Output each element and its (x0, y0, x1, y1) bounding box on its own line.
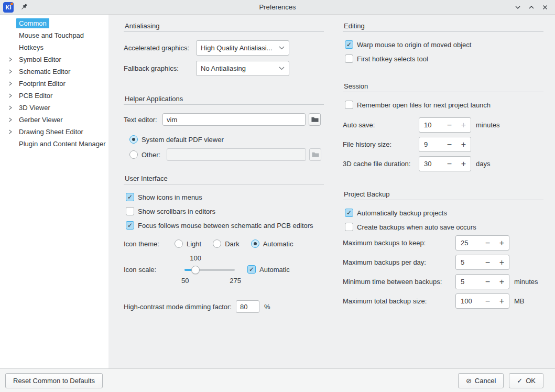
slider-thumb[interactable] (191, 266, 200, 274)
icon-scale-max-value: 275 (230, 277, 241, 285)
increment-button[interactable]: + (456, 140, 471, 149)
checkbox[interactable] (126, 193, 134, 201)
expander-chevron-icon[interactable] (4, 117, 16, 122)
shade-window-button[interactable] (512, 2, 524, 13)
icon-scale-slider[interactable] (184, 266, 235, 274)
ok-button[interactable]: ✓ OK (509, 373, 543, 388)
sidebar-item-schematic-editor[interactable]: Schematic Editor (0, 66, 108, 78)
accelerated-graphics-select[interactable]: High Quality Antialiasi... (196, 40, 289, 56)
pdf-viewer-default-option[interactable]: System default PDF viewer (129, 135, 324, 144)
radio-button[interactable] (213, 239, 221, 248)
checkbox-first-hotkey[interactable]: First hotkey selects tool (345, 55, 543, 63)
icon-theme-dark-option[interactable]: Dark (213, 239, 239, 248)
backups-per-day-spinner[interactable]: 5 − + (455, 255, 509, 270)
decrement-button[interactable]: − (481, 258, 495, 267)
sidebar-item-label: Mouse and Touchpad (16, 30, 86, 40)
sidebar-item-label: Footprint Editor (16, 79, 68, 89)
sidebar-item-drawing-sheet-editor[interactable]: Drawing Sheet Editor (0, 126, 108, 138)
radio-button[interactable] (251, 239, 259, 248)
max-backup-size-spinner[interactable]: 100 − + (455, 293, 509, 309)
section-rule (124, 31, 324, 32)
max-backup-size-row: Maximum total backup size: 100 − + MB (343, 293, 543, 309)
pdf-viewer-other-option[interactable]: Other: (129, 148, 324, 161)
sidebar-item-gerber-viewer[interactable]: Gerber Viewer (0, 114, 108, 126)
checkbox-focus-follows-mouse[interactable]: Focus follows mouse between schematic an… (126, 221, 324, 230)
dimming-factor-input[interactable] (236, 300, 259, 313)
button-label: Cancel (475, 377, 496, 385)
checkbox[interactable] (126, 221, 134, 230)
checkbox[interactable] (345, 223, 353, 231)
radio-button[interactable] (129, 135, 138, 144)
increment-button[interactable]: + (495, 297, 509, 306)
preferences-nav-tree: Common Mouse and Touchpad Hotkeys Symbol… (0, 15, 108, 368)
chevron-down-icon (279, 67, 285, 70)
sidebar-item-label: Hotkeys (16, 42, 46, 52)
expander-chevron-icon[interactable] (4, 105, 16, 110)
other-pdf-viewer-input[interactable] (167, 148, 306, 161)
expander-chevron-icon[interactable] (4, 81, 16, 86)
spinner-value: 100 (456, 297, 481, 305)
icon-scale-row: Icon scale: 100 50 275 (124, 254, 324, 285)
title-bar[interactable]: Ki Preferences (0, 0, 555, 15)
checkbox[interactable] (345, 40, 353, 49)
decrement-button[interactable]: − (481, 297, 495, 306)
increment-button[interactable]: + (495, 258, 509, 267)
expander-chevron-icon[interactable] (4, 129, 16, 134)
checkbox-show-scrollbars[interactable]: Show scrollbars in editors (126, 207, 324, 215)
checkbox-icon-scale-automatic[interactable]: Automatic (247, 265, 290, 274)
text-editor-input[interactable] (162, 113, 306, 126)
checkbox-remember-open-files[interactable]: Remember open files for next project lau… (345, 101, 543, 109)
browse-pdf-viewer-button[interactable] (309, 148, 321, 161)
increment-button[interactable]: + (456, 121, 471, 129)
radio-label: Automatic (263, 240, 293, 248)
checkbox-auto-backup[interactable]: Automatically backup projects (345, 209, 543, 217)
icon-theme-automatic-option[interactable]: Automatic (251, 239, 293, 248)
increment-button[interactable]: + (495, 239, 509, 247)
max-backups-spinner[interactable]: 25 − + (455, 235, 509, 251)
checkbox[interactable] (126, 207, 134, 215)
cache-duration-spinner[interactable]: 30 − + (419, 156, 471, 171)
close-window-button[interactable] (539, 2, 551, 13)
checkbox[interactable] (247, 265, 256, 274)
auto-save-spinner[interactable]: 10 − + (419, 117, 471, 133)
sidebar-item-symbol-editor[interactable]: Symbol Editor (0, 53, 108, 66)
fallback-graphics-select[interactable]: No Antialiasing (196, 61, 289, 76)
sidebar-item-hotkeys[interactable]: Hotkeys (0, 41, 108, 53)
expander-chevron-icon[interactable] (4, 93, 16, 98)
icon-theme-light-option[interactable]: Light (175, 239, 201, 248)
expander-chevron-icon[interactable] (4, 57, 16, 62)
reset-to-defaults-button[interactable]: Reset Common to Defaults (5, 373, 103, 388)
min-time-between-backups-spinner[interactable]: 5 − + (455, 274, 509, 289)
sidebar-item-label: Common (16, 18, 49, 28)
decrement-button[interactable]: − (481, 239, 495, 247)
checkbox[interactable] (345, 209, 353, 217)
auto-save-row: Auto save: 10 − + minutes (343, 117, 543, 133)
radio-button[interactable] (129, 150, 138, 159)
maximize-window-button[interactable] (526, 2, 537, 13)
checkbox-warp-mouse[interactable]: Warp mouse to origin of moved object (345, 40, 543, 49)
checkbox-show-icons-in-menus[interactable]: Show icons in menus (126, 193, 324, 201)
cancel-button[interactable]: ⊘ Cancel (458, 373, 504, 388)
increment-button[interactable]: + (456, 160, 471, 168)
radio-button[interactable] (175, 239, 183, 248)
sidebar-item-label: Drawing Sheet Editor (16, 127, 86, 137)
expander-chevron-icon[interactable] (4, 69, 16, 74)
checkbox[interactable] (345, 55, 353, 63)
sidebar-item-3d-viewer[interactable]: 3D Viewer (0, 102, 108, 114)
browse-text-editor-button[interactable] (309, 113, 321, 126)
sidebar-item-footprint-editor[interactable]: Footprint Editor (0, 78, 108, 90)
increment-button[interactable]: + (495, 278, 509, 286)
sidebar-item-mouse-and-touchpad[interactable]: Mouse and Touchpad (0, 29, 108, 41)
checkbox-label: Warp mouse to origin of moved object (357, 41, 471, 49)
checkbox[interactable] (345, 101, 353, 109)
backups-per-day-row: Maximum backups per day: 5 − + (343, 255, 543, 270)
file-history-spinner[interactable]: 9 − + (419, 137, 471, 152)
sidebar-item-pcb-editor[interactable]: PCB Editor (0, 90, 108, 102)
decrement-button[interactable]: − (481, 278, 495, 286)
checkbox-backup-on-autosave[interactable]: Create backups when auto save occurs (345, 223, 543, 231)
decrement-button[interactable]: − (442, 160, 456, 168)
sidebar-item-plugin-and-content-manager[interactable]: Plugin and Content Manager (0, 138, 108, 150)
sidebar-item-common[interactable]: Common (0, 17, 108, 29)
decrement-button[interactable]: − (442, 121, 456, 129)
decrement-button[interactable]: − (442, 140, 456, 149)
